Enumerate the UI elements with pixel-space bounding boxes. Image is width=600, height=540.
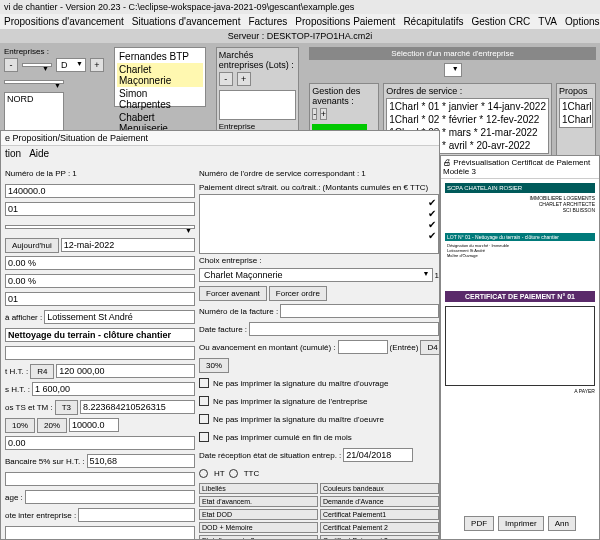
forcer-av[interactable]: Forcer avenant — [199, 286, 267, 301]
drop-d[interactable]: D — [56, 58, 86, 72]
ts-label: s H.T. : — [5, 385, 30, 394]
p20[interactable]: 20% — [37, 418, 67, 433]
d-dodmem[interactable]: DOD + Mémoire — [199, 522, 318, 533]
d4[interactable]: D4 — [420, 340, 440, 355]
z3[interactable]: 01 — [5, 292, 195, 306]
r4[interactable]: R4 — [30, 364, 54, 379]
p10000[interactable]: 10000.0 — [69, 418, 119, 432]
z2[interactable]: 0.00 % — [5, 274, 195, 288]
recep-label: Date réception état de situation entrep.… — [199, 451, 341, 460]
server-label: Serveur : DESKTOP-I7PO1HA.cm2i — [0, 29, 600, 43]
blank2[interactable] — [5, 472, 195, 486]
blank3[interactable] — [5, 526, 195, 540]
dlg-menu-aide[interactable]: Aide — [29, 148, 49, 159]
chk3: Ne pas imprimer la signature du maître d… — [213, 415, 384, 424]
today-btn[interactable]: Aujourd'hui — [5, 238, 59, 253]
date-field[interactable]: 12-mai-2022 — [61, 238, 195, 252]
menu-options[interactable]: Options — [565, 16, 599, 27]
selection-label: Sélection d'un marché d'entreprise — [309, 47, 596, 60]
m-plus[interactable]: + — [237, 72, 251, 86]
z1[interactable]: 0.00 % — [5, 256, 195, 270]
cert-lot: LOT N° 01 - Nettoyage du terrain - clôtu… — [445, 233, 595, 241]
v1-field[interactable]: 140000.0 — [5, 184, 195, 198]
lot-field[interactable]: Lotissement St André — [44, 310, 195, 324]
ttc1: TTC — [244, 469, 260, 478]
cb1[interactable] — [199, 378, 209, 388]
p10[interactable]: 10% — [5, 418, 35, 433]
o2-0[interactable]: 1Charl — [561, 100, 591, 113]
d-cert3[interactable]: Certificat Paiement 3 — [320, 535, 439, 540]
a-minus[interactable]: - — [312, 108, 317, 120]
v2-field[interactable]: 01 — [5, 202, 195, 216]
orders2[interactable]: 1Charl 1Charl — [559, 98, 593, 128]
menu-situations[interactable]: Situations d'avancement — [132, 16, 241, 27]
d-coul[interactable]: Couleurs bandeaux — [320, 483, 439, 494]
cumul-f[interactable] — [338, 340, 388, 354]
t3v[interactable]: 8.223684210526315 — [80, 400, 195, 414]
drop-1[interactable] — [22, 63, 52, 67]
aff-label: à afficher : — [5, 313, 42, 322]
dlg-menu-tion[interactable]: tion — [5, 148, 21, 159]
p30[interactable]: 30% — [199, 358, 229, 373]
cb3[interactable] — [199, 414, 209, 424]
datefact-f[interactable] — [249, 322, 439, 336]
m-minus[interactable]: - — [219, 72, 233, 86]
ent-item-1[interactable]: Charlet Maçonnerie — [117, 63, 203, 87]
age-label: age : — [5, 493, 23, 502]
blank1[interactable] — [5, 346, 195, 360]
d-demande[interactable]: Demande d'Avance — [320, 496, 439, 507]
propos-label: Propos — [559, 86, 593, 96]
p000[interactable]: 0.00 — [5, 436, 195, 450]
cb4[interactable] — [199, 432, 209, 442]
ent-item-0[interactable]: Fernandes BTP — [117, 50, 203, 63]
menu-factures[interactable]: Factures — [248, 16, 287, 27]
recep-date[interactable]: 21/04/2018 — [343, 448, 413, 462]
d-cert2[interactable]: Certificat Paiement 2 — [320, 522, 439, 533]
d-acpt2[interactable]: Etat d'acompte 2 — [199, 535, 318, 540]
prev-ann-btn[interactable]: Ann — [548, 516, 576, 531]
o2-1[interactable]: 1Charl — [561, 113, 591, 126]
inter-f[interactable] — [78, 508, 195, 522]
forcer-ord[interactable]: Forcer ordre — [269, 286, 327, 301]
checklist[interactable]: ✔✔✔✔ — [199, 194, 439, 254]
age-f[interactable] — [25, 490, 195, 504]
a-plus[interactable]: + — [320, 108, 327, 120]
minus-btn[interactable]: - — [4, 58, 18, 72]
r-ttc1[interactable] — [229, 469, 238, 478]
order-1[interactable]: 1Charl * 02 * février * 12-fev-2022 — [388, 113, 547, 126]
menu-propositions[interactable]: Propositions d'avancement — [4, 16, 124, 27]
chk4: Ne pas imprimer cumulé en fin de mois — [213, 433, 352, 442]
tsv[interactable]: 1 600,00 — [32, 382, 195, 396]
a-payer: A PAYER — [445, 388, 595, 394]
menu-crc[interactable]: Gestion CRC — [471, 16, 530, 27]
marches-list[interactable] — [219, 90, 297, 120]
imprimer-btn[interactable]: Imprimer — [498, 516, 544, 531]
r-ht1[interactable] — [199, 469, 208, 478]
choix-drop[interactable]: Charlet Maçonnerie — [199, 268, 433, 282]
d-lib[interactable]: Libellés — [199, 483, 318, 494]
numfact-f[interactable] — [280, 304, 439, 318]
window-title: vi de chantier - Version 20.23 - C:\ecli… — [0, 0, 600, 14]
cert-hdr2: IMMOBILIERE LOGEMENTS CHARLET ARCHITECTE… — [445, 195, 595, 213]
ent-item-2[interactable]: Simon Charpentes — [117, 87, 203, 111]
selection-drop[interactable] — [444, 63, 462, 77]
cumul-label: Ou avancement en montant (cumulé) : — [199, 343, 336, 352]
banc-val[interactable]: 510,68 — [87, 454, 195, 468]
d-etatav[interactable]: Etat d'avancem. — [199, 496, 318, 507]
plus-btn[interactable]: + — [90, 58, 104, 72]
drop-empty2[interactable] — [5, 225, 195, 229]
r4v[interactable]: 120 000,00 — [56, 364, 195, 378]
t3[interactable]: T3 — [55, 400, 78, 415]
entreprise-list[interactable]: Fernandes BTP Charlet Maçonnerie Simon C… — [114, 47, 206, 107]
dlg-title: e Proposition/Situation de Paiement — [1, 131, 439, 146]
d-etatdod[interactable]: Etat DOD — [199, 509, 318, 520]
cb2[interactable] — [199, 396, 209, 406]
pdf-btn[interactable]: PDF — [464, 516, 494, 531]
menu-recap[interactable]: Récapitulatifs — [403, 16, 463, 27]
drop-empty[interactable] — [4, 80, 64, 84]
datefact-label: Date facture : — [199, 325, 247, 334]
d-cert1[interactable]: Certificat Paiement1 — [320, 509, 439, 520]
menu-prop-paiement[interactable]: Propositions Paiement — [295, 16, 395, 27]
menu-tva[interactable]: TVA — [538, 16, 557, 27]
order-0[interactable]: 1Charl * 01 * janvier * 14-janv-2022 — [388, 100, 547, 113]
